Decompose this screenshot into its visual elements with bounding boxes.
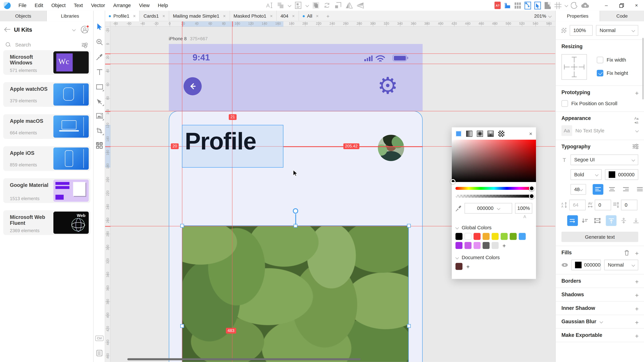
doc-tab-close-icon[interactable]: × [292,14,295,18]
alpha-input[interactable]: 100% [515,203,532,214]
layout-columns-icon[interactable] [514,2,521,9]
color-swatch[interactable] [500,233,508,240]
selection-handle[interactable] [180,324,184,328]
text-style-chevron-icon[interactable] [636,129,638,132]
doc-tab-close-icon[interactable]: × [162,14,165,18]
panel-scrollbar[interactable] [642,38,644,99]
grid-icon[interactable] [554,2,562,9]
kit-card-fluent[interactable]: Microsoft Web Fluent2369 elementsWeb [3,210,90,235]
valign-middle-button[interactable] [618,215,629,226]
tab-libraries[interactable]: Libraries [47,11,94,22]
align-left-button[interactable] [593,184,604,195]
menu-edit[interactable]: Edit [30,0,47,11]
new-tab-button[interactable]: + [322,11,334,22]
color-swatch[interactable] [474,242,481,249]
mask-icon[interactable] [312,2,320,9]
horizontal-ruler[interactable]: -80-60-40-200204060801001201401601802002… [110,21,555,27]
tab-objects[interactable]: Objects [0,11,47,22]
letter-spacing-input[interactable]: 0 [595,200,611,210]
hex-input[interactable]: 000000 [464,203,512,214]
doc-tab-close-icon[interactable]: × [223,14,226,18]
borders-add-icon[interactable]: + [635,278,639,285]
hue-knob[interactable] [529,186,534,191]
typography-settings-icon[interactable] [632,144,639,149]
rotate-handle[interactable] [293,208,298,214]
color-swatch[interactable] [492,242,498,249]
kit-card-windows[interactable]: Microsoft Windows571 elementsWc [3,50,90,75]
selection-handle[interactable] [407,324,411,328]
doc-tab-masked-photo1[interactable]: Masked Photo1× [230,11,276,22]
artboard-header-band[interactable]: 9:41 ⚙ [169,44,422,111]
combine-shapes-icon[interactable] [277,2,284,9]
horizontal-scrollbar[interactable] [127,358,360,360]
artboard-label[interactable]: iPhone 8 375×667 [169,36,208,41]
kit-card-macos[interactable]: Apple macOS664 elements [3,114,90,139]
picker-close-icon[interactable]: × [529,130,532,137]
resize-icon[interactable] [334,2,342,9]
blend-mode-select[interactable]: Normal [596,25,638,36]
flip-vertical-icon[interactable] [356,2,364,8]
image-tool-icon[interactable] [94,110,105,122]
eyedropper-tool-icon[interactable] [94,51,105,63]
text-selection-box[interactable]: Profile [182,125,284,168]
text-styles-icon[interactable]: A▴◂a [634,116,639,124]
paragraph-spacing-input[interactable]: 0 [621,200,638,210]
make-exportable-add-icon[interactable]: + [635,332,639,339]
alpha-slider[interactable] [456,195,532,198]
doc-tab-all[interactable]: All× [298,11,322,22]
menu-help[interactable]: Help [154,0,172,11]
font-color-input[interactable]: 000000 [605,169,638,180]
doc-tab-mailing-made-simple1[interactable]: Mailing made Simple1× [169,11,229,22]
cactus-photo[interactable] [182,226,409,362]
auto-width-button[interactable] [567,215,578,226]
fill-angular-gradient-icon[interactable] [488,130,494,137]
fill-solid-icon[interactable] [456,130,462,137]
fill-blend-select[interactable]: Normal [604,260,638,270]
rectangle-tool-icon[interactable] [94,81,105,92]
color-swatch[interactable] [510,233,517,240]
color-swatch[interactable] [519,233,526,240]
doc-tab-cards1[interactable]: Cards1× [139,11,169,22]
doc-tab-close-icon[interactable]: × [133,14,136,18]
menu-object[interactable]: Object [47,0,70,11]
back-button[interactable] [184,77,202,95]
font-size-select[interactable]: 48 [570,184,586,195]
kit-card-ios[interactable]: Apple iOS859 elements [3,146,90,171]
align-justify-button[interactable] [635,184,644,195]
eyedropper-icon[interactable] [456,205,462,211]
add-global-color-button[interactable]: + [500,242,508,249]
selection-handle[interactable] [407,224,411,228]
align-right-button[interactable] [621,184,632,195]
doc-tab-404[interactable]: 404× [276,11,298,22]
document-colors-header[interactable]: Document Colors [456,255,532,260]
spellcheck-badge-icon[interactable]: A? [494,2,501,9]
saturation-cursor[interactable] [451,179,456,184]
card-layout-chevron-icon[interactable] [306,4,308,7]
prototyping-add-icon[interactable]: + [635,90,639,96]
color-swatch[interactable] [492,233,498,240]
fill-radial-gradient-icon[interactable] [477,130,483,137]
add-document-color-button[interactable]: + [464,263,472,270]
inner-shadow-add-icon[interactable]: + [635,305,639,312]
fix-height-checkbox[interactable] [597,70,603,76]
menu-text[interactable]: Text [70,0,87,11]
auto-height-button[interactable] [580,215,590,226]
color-swatch[interactable] [464,242,472,249]
grid-chevron-icon[interactable] [565,4,568,7]
mask-fill-icon[interactable] [544,2,551,10]
font-family-select[interactable]: Segoe UI [570,154,638,165]
color-swatch[interactable] [483,242,490,249]
color-swatch[interactable] [456,233,462,240]
doc-tab-close-icon[interactable]: × [316,14,319,18]
fix-width-checkbox[interactable] [597,57,603,63]
alpha-knob[interactable] [529,194,534,199]
doc-tab-profile1[interactable]: Profile1× [105,11,139,22]
night-mode-icon[interactable] [571,2,578,9]
cloud-sync-icon[interactable] [581,2,589,8]
menu-file[interactable]: File [14,0,30,11]
fills-delete-icon[interactable] [624,250,629,256]
color-swatch[interactable] [456,263,462,270]
minimize-button[interactable]: – [599,0,614,11]
back-arrow-icon[interactable] [5,27,10,32]
pen-tool-icon[interactable] [94,96,105,107]
